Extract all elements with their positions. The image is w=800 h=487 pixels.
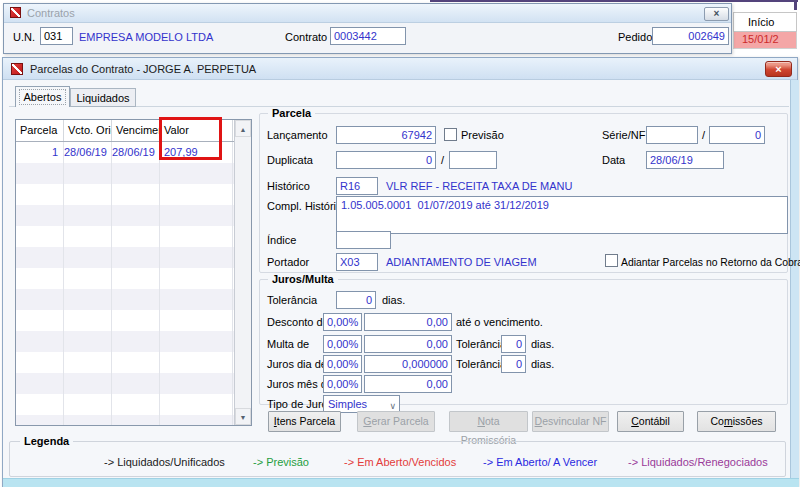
table-cell — [16, 331, 64, 352]
table-cell — [64, 394, 112, 415]
table-cell — [160, 394, 233, 415]
table-row-empty — [16, 331, 251, 352]
table-cell — [64, 268, 112, 289]
desvincular-nf-button: Desvincular NF — [532, 411, 609, 432]
juros-dia-valor-field[interactable]: 0,000000 — [364, 355, 452, 373]
inicio-column-header: Início — [733, 12, 797, 32]
table-cell — [160, 373, 233, 394]
scroll-up-icon[interactable]: ▲ — [235, 120, 251, 137]
table-cell — [112, 289, 160, 310]
table-cell — [16, 226, 64, 247]
company-name: EMPRESA MODELO LTDA — [79, 31, 213, 44]
table-cell — [160, 247, 233, 268]
juros-dia-tolerancia-label: Tolerância — [456, 358, 506, 371]
contrato-field[interactable]: 0003442 — [330, 27, 406, 45]
inicio-row-cell[interactable]: 15/01/2 — [733, 32, 797, 49]
compl-historico-field[interactable]: 1.05.005.0001 01/07/2019 até 31/12/2019 — [336, 196, 788, 234]
close-icon[interactable]: × — [765, 61, 792, 77]
indice-label: Índice — [267, 234, 296, 247]
portador-code-field[interactable]: X03 — [336, 253, 378, 271]
column-header[interactable]: Valor — [160, 120, 233, 141]
tab-liquidados[interactable]: Liquidados — [70, 88, 136, 107]
historico-code-field[interactable]: R16 — [336, 177, 378, 195]
table-row-empty — [16, 268, 251, 289]
tolerancia-field[interactable]: 0 — [336, 291, 376, 309]
app-icon — [10, 7, 21, 18]
desconto-pct-field[interactable]: 0,00% — [323, 313, 362, 331]
duplicata-label: Duplicata — [267, 154, 313, 167]
table-cell — [112, 226, 160, 247]
table-row-empty — [16, 352, 251, 373]
table-cell — [64, 163, 112, 184]
un-label: U.N. — [13, 31, 35, 44]
background-window-right-border — [794, 0, 797, 10]
nota-promissoria-button: Nota Promissória — [449, 411, 528, 432]
table-cell — [64, 310, 112, 331]
duplicata-separator: / — [441, 154, 444, 167]
contratos-titlebar: Contratos × — [4, 4, 731, 23]
table-cell — [112, 394, 160, 415]
table-cell — [16, 247, 64, 268]
un-field[interactable]: 031 — [40, 27, 73, 45]
table-cell — [160, 331, 233, 352]
pedido-label: Pedido — [618, 31, 652, 44]
pedido-field[interactable]: 002649 — [652, 27, 729, 45]
indice-field[interactable] — [336, 231, 391, 249]
table-cell — [160, 352, 233, 373]
desconto-valor-field[interactable]: 0,00 — [364, 313, 452, 331]
multa-tolerancia-field[interactable]: 0 — [501, 335, 526, 353]
table-cell — [160, 226, 233, 247]
table-cell[interactable]: 28/06/19 — [112, 142, 160, 163]
table-cell — [16, 310, 64, 331]
multa-pct-field[interactable]: 0,00% — [323, 335, 362, 353]
close-icon[interactable]: × — [704, 7, 729, 21]
multa-valor-field[interactable]: 0,00 — [364, 335, 452, 353]
tolerancia-label: Tolerância — [267, 294, 317, 307]
table-cell[interactable]: 28/06/19 — [64, 142, 112, 163]
column-header[interactable]: Parcela — [16, 120, 64, 141]
contrato-label: Contrato — [285, 31, 327, 44]
column-header[interactable]: Vcto. Orig — [64, 120, 112, 141]
duplicata-field[interactable]: 0 — [336, 151, 436, 169]
juros-mes-valor-field[interactable]: 0,00 — [364, 375, 452, 393]
historico-description: VLR REF - RECEITA TAXA DE MANU — [386, 180, 572, 193]
previsao-checkbox[interactable] — [444, 128, 457, 141]
table-cell — [112, 205, 160, 226]
table-cell — [112, 373, 160, 394]
table-row-empty — [16, 415, 251, 426]
table-cell — [112, 331, 160, 352]
table-scrollbar[interactable]: ▲ ▼ — [234, 120, 251, 425]
contratos-window-title: Contratos — [27, 7, 75, 20]
juros-dia-pct-field[interactable]: 0,00% — [323, 355, 362, 373]
table-cell — [16, 289, 64, 310]
nf-field[interactable]: 0 — [709, 126, 765, 144]
table-cell[interactable]: 207,99 — [160, 142, 233, 163]
historico-label: Histórico — [267, 180, 310, 193]
lancamento-field[interactable]: 67942 — [336, 126, 436, 144]
window-frame-right — [790, 80, 799, 478]
table-cell — [112, 352, 160, 373]
parcelas-window-title: Parcelas do Contrato - JORGE A. PERPETUA — [30, 63, 256, 76]
itens-parcela-button[interactable]: Itens Parcela — [268, 411, 341, 432]
table-cell — [112, 163, 160, 184]
serie-field[interactable] — [646, 126, 698, 144]
juros-mes-pct-field[interactable]: 0,00% — [323, 375, 362, 393]
table-cell[interactable]: 1 — [16, 142, 64, 163]
table-row[interactable]: 128/06/1928/06/19207,99 — [16, 142, 251, 163]
scroll-down-icon[interactable]: ▼ — [235, 408, 251, 425]
contabil-button[interactable]: Contábil — [617, 411, 684, 432]
juros-multa-group-title: Juros/Multa — [268, 273, 338, 286]
tab-abertos[interactable]: Abertos — [15, 86, 70, 107]
desconto-label: Desconto de — [267, 316, 329, 329]
comissoes-button[interactable]: Comissões — [697, 411, 776, 432]
serie-nf-label: Série/NF — [602, 129, 645, 142]
adiantar-checkbox[interactable] — [605, 254, 618, 267]
duplicata-field-2[interactable] — [449, 151, 497, 169]
juros-dia-tolerancia-field[interactable]: 0 — [501, 355, 526, 373]
column-header[interactable]: Vencimento — [112, 120, 160, 141]
table-cell — [160, 415, 233, 426]
data-field[interactable]: 28/06/19 — [646, 151, 724, 169]
table-row-empty — [16, 163, 251, 184]
background-window-top-border — [430, 0, 798, 2]
table-row-empty — [16, 184, 251, 205]
